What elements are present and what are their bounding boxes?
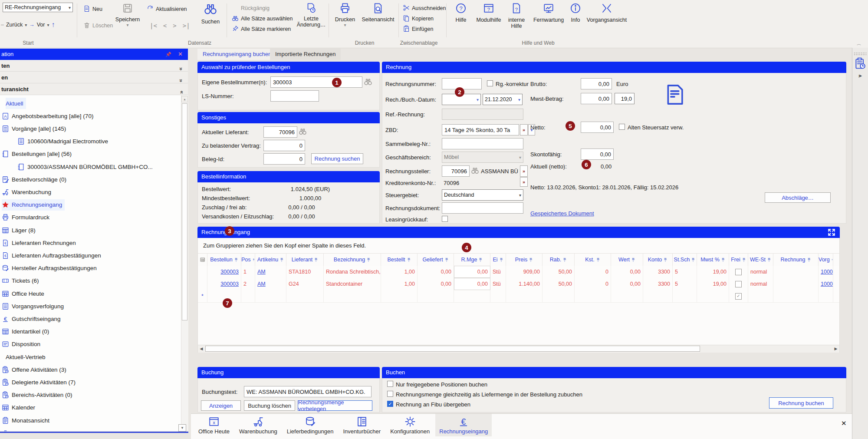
scroll-right-arrow[interactable]: ▶ xyxy=(832,345,839,352)
rechnungssteller-detail-icon[interactable]: » xyxy=(520,165,528,177)
frei-checkbox[interactable] xyxy=(729,278,748,290)
abschlaege-button[interactable]: Abschläge… xyxy=(765,192,831,203)
sidebar-item[interactable]: AAngebotsbearbeitung [alle] (70) xyxy=(2,110,96,122)
sidebar-section-collapsed-1[interactable]: ten» xyxy=(0,60,188,72)
kreditorenkonto-detail-icon[interactable]: » xyxy=(520,177,528,187)
taskbar-item[interactable]: Warenbuchung xyxy=(235,414,281,436)
alter-steuersatz-checkbox[interactable] xyxy=(619,124,625,130)
sidebar-item[interactable]: Identartikel (0) xyxy=(2,326,52,337)
frei-checkbox[interactable] xyxy=(729,266,748,278)
cell-link[interactable]: AM xyxy=(255,266,286,278)
cell-link[interactable]: 300003 xyxy=(207,266,241,278)
column-header[interactable]: Pos xyxy=(241,254,255,266)
previous-record-icon[interactable]: < xyxy=(163,22,167,29)
grid-horizontal-scrollbar[interactable]: ◀ ▶ xyxy=(198,345,839,353)
print-button[interactable]: Drucken ▾ xyxy=(332,3,358,27)
cell-link[interactable]: AM xyxy=(255,278,286,290)
brutto-input[interactable] xyxy=(581,78,612,89)
pin-panel-icon[interactable]: 📌 xyxy=(165,49,171,60)
sidebar-item[interactable]: Warenbuchung xyxy=(2,186,54,198)
gespeichertes-dokument-link[interactable]: Gespeichertes Dokument xyxy=(530,210,594,217)
sidebar-item[interactable]: Monatsansicht xyxy=(2,415,52,426)
process-view-button[interactable]: Vorgangsansicht xyxy=(586,3,628,23)
refresh-button[interactable]: Aktualisieren xyxy=(147,4,187,14)
info-button[interactable]: Info xyxy=(567,3,584,23)
last-record-icon[interactable]: >| xyxy=(183,22,190,29)
help-button[interactable]: ? Hilfe xyxy=(451,3,470,23)
sidebar-item[interactable]: 100600/Madrigal Electromotive xyxy=(17,136,111,147)
dock-expand-icon[interactable]: |▶ xyxy=(858,74,862,78)
column-header[interactable]: Geliefert xyxy=(418,254,454,266)
column-header[interactable]: St.Sch xyxy=(673,254,697,266)
cell-link[interactable]: 1000 xyxy=(819,266,833,278)
up-arrow-icon[interactable]: ↑ xyxy=(51,21,55,29)
rechnungsmenge-liefermenge-checkbox[interactable] xyxy=(387,391,393,397)
rechnungssteller-search-icon[interactable] xyxy=(471,166,479,176)
lieferant-input[interactable] xyxy=(263,126,297,138)
table-row[interactable]: 3000032AMG24Standcontainer1,000,000,00St… xyxy=(198,278,839,290)
lieferant-search-icon[interactable] xyxy=(299,127,307,137)
column-header[interactable]: Konto xyxy=(643,254,673,266)
column-header[interactable]: Wert xyxy=(611,254,643,266)
sidebar-item[interactable]: €Gutschriftseingang xyxy=(2,313,63,324)
column-header[interactable]: Frei xyxy=(729,254,748,266)
sidebar-scrollbar[interactable]: ▲ xyxy=(181,95,188,431)
undo-button[interactable]: Rückgängig xyxy=(232,3,270,13)
sidebar-item[interactable]: Vorgangsverfolgung xyxy=(2,300,66,312)
cut-button[interactable]: Ausschneiden xyxy=(403,3,446,13)
first-record-icon[interactable]: |< xyxy=(150,22,157,29)
collapse-ribbon-icon[interactable]: ︿ xyxy=(857,42,861,46)
column-header[interactable]: Rechnung xyxy=(773,254,819,266)
bestellnummer-input[interactable] xyxy=(270,76,362,88)
sidebar-item[interactable]: Formulardruck xyxy=(2,212,52,223)
mwst-satz-input[interactable] xyxy=(615,93,635,104)
fibu-uebergeben-checkbox[interactable]: ✓ xyxy=(387,401,393,407)
sidebar-item[interactable]: Projekte [alle] (1) xyxy=(2,427,59,431)
delete-button[interactable]: Löschen xyxy=(83,21,113,30)
sidebar-item[interactable]: Tickets (6) xyxy=(2,275,42,287)
nur-freigegebene-checkbox[interactable] xyxy=(387,381,393,387)
tab-importierte-rechnungen[interactable]: Importierte Rechnungen xyxy=(270,49,341,60)
column-header[interactable]: Lieferant xyxy=(286,254,324,266)
close-icon[interactable]: ✕ xyxy=(841,419,847,427)
table-row[interactable]: 3000031AMSTA1810Rondana Schreibtisch,1,0… xyxy=(198,266,839,278)
print-preview-button[interactable]: Seitenansicht xyxy=(359,3,397,23)
sammelbeleg-input[interactable] xyxy=(442,138,523,149)
copy-button[interactable]: Kopieren xyxy=(403,14,434,23)
taskbar-item[interactable]: xOffice Heute xyxy=(194,414,233,436)
column-header[interactable]: Mwst % xyxy=(697,254,729,266)
zbd-detail-icon[interactable]: » xyxy=(520,124,528,135)
skontofaehig-input[interactable] xyxy=(581,149,614,160)
sidebar-item[interactable]: €Lieferanten Rechnungen xyxy=(2,237,79,248)
steuergebiet-combobox[interactable]: Deutschland▾ xyxy=(442,189,523,201)
buchung-loeschen-button[interactable]: Buchung löschen xyxy=(244,400,295,411)
sidebar-item[interactable]: Offene Aktivitäten (3) xyxy=(2,364,69,375)
search-button[interactable]: Suchen xyxy=(197,2,224,25)
leasingrueckkauf-checkbox[interactable] xyxy=(442,216,448,222)
taskbar-item[interactable]: Konfigurationen xyxy=(386,414,434,436)
select-all-records-button[interactable]: Alle Sätze auswählen xyxy=(232,14,293,23)
column-header[interactable]: Artikelnu xyxy=(255,254,286,266)
cell-link[interactable]: 300003 xyxy=(207,278,241,290)
last-change-button[interactable]: Letzte Änderung… xyxy=(296,3,326,28)
taskbar-item[interactable]: Lieferbedingungen xyxy=(283,414,338,436)
scrollbar-thumb[interactable] xyxy=(182,103,187,320)
scrollbar-thumb[interactable] xyxy=(205,346,700,352)
sidebar-section-structure-view[interactable]: turansicht» xyxy=(0,83,188,95)
ls-nummer-input[interactable] xyxy=(270,90,319,102)
row-selector-cell[interactable] xyxy=(198,278,207,290)
activities-panel-icon[interactable] xyxy=(854,57,866,71)
next-record-icon[interactable]: > xyxy=(173,22,176,29)
taskbar-item[interactable]: Inventurbücher xyxy=(339,414,385,436)
column-header[interactable]: Kst. xyxy=(575,254,611,266)
mwst-input[interactable] xyxy=(581,93,612,104)
sidebar-item[interactable]: Kalender xyxy=(2,402,38,413)
column-header[interactable]: R.Mge xyxy=(454,254,490,266)
forward-button[interactable]: Vor xyxy=(37,22,45,28)
module-help-button[interactable]: ? Modulhilfe xyxy=(473,3,504,23)
sidebar-item[interactable]: Office Heute xyxy=(2,288,47,299)
tab-rechnungseingang-buchen[interactable]: Rechnungseingang buchen xyxy=(197,49,276,60)
column-header[interactable]: Bestellt xyxy=(381,254,418,266)
taskbar-item[interactable]: €Rechnungseingang xyxy=(435,414,492,436)
table-new-row[interactable]: *✓ xyxy=(198,290,839,303)
